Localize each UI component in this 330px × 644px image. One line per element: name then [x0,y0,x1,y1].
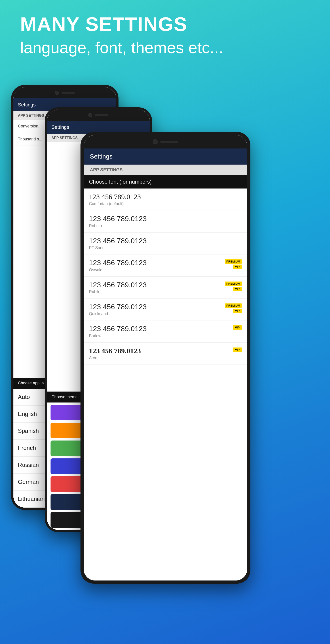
font-quicksand[interactable]: 123 456 789.0123 Quicksand PREMIUM VIP [84,298,247,320]
app-settings-section-3: APP SETTINGS [84,164,247,175]
font-ptsans-number: 123 456 789.0123 [89,236,147,245]
font-roboto[interactable]: 123 456 789.0123 Roboto [84,210,247,232]
font-comfortaa-label: Comfortaa (default) [89,202,141,206]
badge-premium-oswald: PREMIUM [225,260,242,264]
notch-bar-3 [84,135,247,148]
notch-bar-2 [47,110,150,121]
font-arvo[interactable]: 123 456 789.0123 Arvo VIP [84,342,247,364]
badge-vip-arvo: VIP [233,348,242,352]
phone-font: Settings APP SETTINGS Choose font (for n… [80,132,250,584]
speaker-3 [160,141,178,143]
font-barlow-label: Barlow [89,334,147,338]
font-rubik-number: 123 456 789.0123 [89,281,147,289]
font-rubik-label: Rubik [89,290,147,294]
font-ptsans[interactable]: 123 456 789.0123 PT Sans [84,232,247,254]
camera-3 [153,139,158,144]
font-oswald-label: Oswald [89,268,147,272]
speaker-2 [95,114,108,116]
font-barlow[interactable]: 123 456 789.0123 Barlow VIP [84,320,247,342]
font-barlow-number: 123 456 789.0123 [89,324,147,333]
font-ptsans-label: PT Sans [89,246,147,250]
font-roboto-label: Roboto [89,224,147,228]
hero-title: MANY SETTINGS [20,14,223,35]
font-oswald[interactable]: 123 456 789.0123 Oswald PREMIUM VIP [84,254,247,276]
badge-vip-rubik: VIP [233,287,242,291]
font-rubik[interactable]: 123 456 789.0123 Rubik PREMIUM VIP [84,276,247,298]
phones-container: Settings APP SETTINGS Conversion... Thou… [7,80,324,635]
badge-vip-oswald: VIP [233,264,242,269]
speaker-1 [62,92,75,94]
font-overlay-header: Choose font (for numbers) [84,175,247,188]
font-comfortaa[interactable]: 123 456 789.0123 Comfortaa (default) [84,188,247,210]
notch-bar-1 [14,87,116,98]
hero-subtitle: language, font, themes etc... [20,37,223,58]
font-arvo-number: 123 456 789.0123 [89,346,141,355]
badge-premium-quicksand: PREMIUM [225,304,242,308]
font-quicksand-number: 123 456 789.0123 [89,302,147,311]
badge-vip-quicksand: VIP [233,308,242,313]
font-oswald-number: 123 456 789.0123 [89,258,147,267]
settings-header-3: Settings [84,148,247,164]
font-arvo-label: Arvo [89,356,141,360]
font-quicksand-label: Quicksand [89,312,147,316]
phone-3-inner: Settings APP SETTINGS Choose font (for n… [84,135,247,580]
font-screen: Settings APP SETTINGS Choose font (for n… [84,135,247,580]
font-roboto-number: 123 456 789.0123 [89,214,147,223]
camera-2 [88,113,92,117]
hero-section: MANY SETTINGS language, font, themes etc… [20,14,223,58]
badge-vip-barlow: VIP [233,325,242,330]
camera-1 [55,91,59,95]
font-comfortaa-number: 123 456 789.0123 [89,192,141,201]
badge-premium-rubik: PREMIUM [225,282,242,286]
